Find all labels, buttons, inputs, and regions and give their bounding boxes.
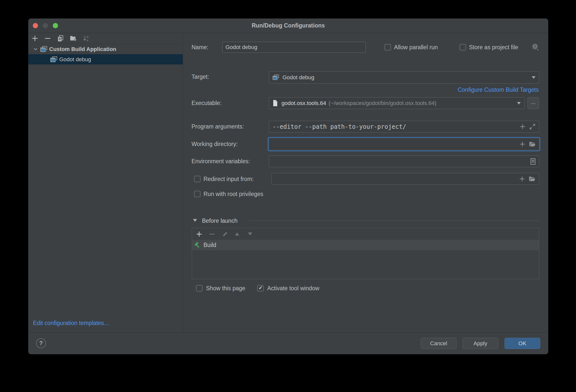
before-launch-task-build[interactable]: Build <box>192 240 539 250</box>
list-icon[interactable] <box>530 158 536 165</box>
application-icon <box>50 56 57 62</box>
dialog-footer: ? Cancel Apply OK <box>28 332 548 354</box>
program-arguments-value: --editor --path path-to-your-project/ <box>272 123 406 130</box>
redirect-input-field[interactable] <box>272 173 539 185</box>
add-macro-icon[interactable] <box>519 176 525 182</box>
add-configuration-icon[interactable] <box>32 35 38 42</box>
show-this-page-checkbox[interactable] <box>196 285 202 292</box>
store-as-project-file-checkbox[interactable] <box>460 44 466 50</box>
executable-dropdown[interactable]: godot.osx.tools.64 (~/workspaces/godot/b… <box>269 97 524 109</box>
dialog-title: Run/Debug Configurations <box>28 18 548 33</box>
move-down-icon[interactable] <box>248 231 254 237</box>
program-arguments-label: Program arguments: <box>192 123 244 130</box>
configurations-sidebar: az Custom Build Application <box>28 33 183 332</box>
dropdown-arrow-icon[interactable] <box>517 102 521 104</box>
chevron-down-icon[interactable] <box>33 46 38 52</box>
open-folder-icon[interactable] <box>529 176 536 182</box>
browse-executable-button[interactable]: ... <box>528 97 539 109</box>
open-folder-icon[interactable] <box>529 141 536 147</box>
tree-item-label: Godot debug <box>59 56 91 63</box>
configuration-form: Name: Allow parallel run Store as projec… <box>183 33 548 332</box>
add-macro-icon[interactable] <box>519 141 526 147</box>
tree-group-custom-build-application[interactable]: Custom Build Application <box>28 44 183 54</box>
before-launch-toolbar <box>192 228 539 240</box>
run-debug-configurations-dialog: Run/Debug Configurations az <box>28 18 548 354</box>
close-button[interactable] <box>33 23 38 28</box>
dropdown-arrow-icon[interactable] <box>532 76 536 79</box>
zoom-button[interactable] <box>53 23 58 28</box>
svg-text:z: z <box>87 39 88 42</box>
copy-configuration-icon[interactable] <box>57 35 64 42</box>
executable-path: (~/workspaces/godot/bin/godot.osx.tools.… <box>329 100 436 106</box>
help-button[interactable]: ? <box>36 338 46 348</box>
sort-configurations-icon[interactable]: az <box>82 35 89 42</box>
application-icon <box>40 46 47 52</box>
collapse-section-icon[interactable] <box>193 219 197 222</box>
activate-tool-window-checkbox[interactable] <box>257 285 264 292</box>
tree-item-godot-debug[interactable]: Godot debug <box>28 54 183 64</box>
edit-task-icon[interactable] <box>222 231 228 237</box>
ok-button[interactable]: OK <box>504 338 540 349</box>
dialog-body: az Custom Build Application <box>28 33 548 332</box>
desktop: Run/Debug Configurations az <box>0 0 576 392</box>
sidebar-toolbar: az <box>28 33 183 44</box>
executable-value: godot.osx.tools.64 <box>282 100 326 106</box>
root-privileges-label: Run with root privileges <box>204 190 263 198</box>
application-icon <box>272 74 279 80</box>
redirect-input-checkbox[interactable] <box>194 176 200 182</box>
apply-button[interactable]: Apply <box>462 338 498 349</box>
target-label: Target: <box>192 73 209 80</box>
show-this-page-label: Show this page <box>206 284 245 292</box>
configure-custom-build-targets-link[interactable]: Configure Custom Build Targets <box>458 86 539 93</box>
target-value: Godot debug <box>282 74 314 81</box>
root-privileges-checkbox[interactable] <box>194 191 200 197</box>
add-task-icon[interactable] <box>196 231 202 237</box>
minimize-button[interactable] <box>43 23 48 28</box>
expand-field-icon[interactable] <box>529 124 536 130</box>
working-directory-field[interactable] <box>268 137 540 151</box>
redirect-input-label: Redirect input from: <box>204 175 254 183</box>
remove-task-icon[interactable] <box>209 231 215 237</box>
before-launch-box: Build <box>192 228 539 279</box>
hammer-icon <box>194 242 201 248</box>
environment-variables-field[interactable] <box>269 156 539 167</box>
task-name: Build <box>204 242 216 248</box>
move-up-icon[interactable] <box>235 231 241 237</box>
cancel-button[interactable]: Cancel <box>421 338 456 349</box>
new-folder-icon[interactable] <box>70 35 76 42</box>
before-launch-label: Before launch <box>202 217 238 224</box>
name-input[interactable] <box>222 42 366 53</box>
edit-configuration-templates-link[interactable]: Edit configuration templates… <box>33 320 110 326</box>
svg-text:a: a <box>87 35 88 38</box>
allow-parallel-run-label: Allow parallel run <box>394 44 438 51</box>
environment-variables-label: Environment variables: <box>192 158 250 165</box>
allow-parallel-run-checkbox[interactable] <box>384 44 391 50</box>
target-dropdown[interactable]: Godot debug <box>269 71 539 84</box>
file-icon <box>272 100 278 106</box>
add-macro-icon[interactable] <box>520 124 526 130</box>
configurations-tree: Custom Build Application Godot debug <box>28 44 183 64</box>
tree-group-label: Custom Build Application <box>49 46 116 52</box>
activate-tool-window-label: Activate tool window <box>267 284 319 292</box>
working-directory-label: Working directory: <box>192 140 238 148</box>
titlebar[interactable]: Run/Debug Configurations <box>28 18 548 33</box>
section-divider <box>248 220 539 221</box>
store-as-project-file-label: Store as project file <box>469 44 518 51</box>
program-arguments-field[interactable]: --editor --path path-to-your-project/ <box>269 121 539 132</box>
name-label: Name: <box>192 44 208 51</box>
executable-label: Executable: <box>192 99 222 107</box>
gear-icon[interactable] <box>532 43 540 51</box>
remove-configuration-icon[interactable] <box>44 35 51 42</box>
